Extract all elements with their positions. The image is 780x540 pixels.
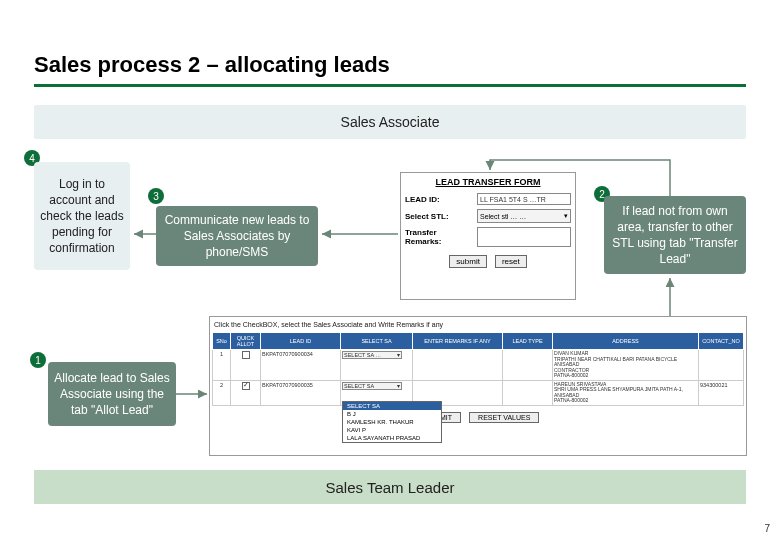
grid-header: LEAD ID bbox=[261, 333, 341, 350]
step-3-box: Communicate new leads to Sales Associate… bbox=[156, 206, 318, 266]
grid-reset-button: RESET VALUES bbox=[469, 412, 539, 423]
title-underline bbox=[34, 84, 746, 87]
select-sa-dropdown: SELECT SA …▾ bbox=[342, 351, 402, 359]
swimlane-sales-associate: Sales Associate bbox=[34, 105, 746, 139]
transfer-submit-button: submit bbox=[449, 255, 487, 268]
step-1-box: Allocate lead to Sales Associate using t… bbox=[48, 362, 176, 426]
chevron-down-icon: ▾ bbox=[564, 212, 568, 220]
remarks-label: Transfer Remarks: bbox=[405, 228, 473, 246]
lead-transfer-form-screenshot: LEAD TRANSFER FORM LEAD ID: LL FSA1 5T4 … bbox=[400, 172, 576, 300]
quick-allot-checkbox bbox=[242, 382, 250, 390]
allot-lead-grid-screenshot: Click the CheckBOX, select the Sales Ass… bbox=[209, 316, 747, 456]
lead-id-input: LL FSA1 5T4 S …TR bbox=[477, 193, 571, 205]
dropdown-option: KAMLESH KR. THAKUR bbox=[343, 418, 441, 426]
step-2-box: If lead not from own area, transfer to o… bbox=[604, 196, 746, 274]
grid-header: LEAD TYPE bbox=[503, 333, 553, 350]
select-sa-dropdown-open: SELECT SAB J KAMLESH KR. THAKURKAVI PLAL… bbox=[342, 401, 442, 443]
grid-header: ADDRESS bbox=[553, 333, 699, 350]
dropdown-option: B J bbox=[343, 410, 441, 418]
grid-header: SELECT SA bbox=[341, 333, 413, 350]
lead-id-label: LEAD ID: bbox=[405, 195, 473, 204]
select-stl-label: Select STL: bbox=[405, 212, 473, 221]
dropdown-option: LALA SAYANATH PRASAD bbox=[343, 434, 441, 442]
transfer-form-header: LEAD TRANSFER FORM bbox=[405, 177, 571, 187]
swimlane-sales-team-leader: Sales Team Leader bbox=[34, 470, 746, 504]
dropdown-option: SELECT SA bbox=[343, 402, 441, 410]
grid-instruction: Click the CheckBOX, select the Sales Ass… bbox=[212, 319, 744, 332]
page-number: 7 bbox=[764, 523, 770, 534]
quick-allot-checkbox bbox=[242, 351, 250, 359]
grid-header: CONTACT_NO bbox=[699, 333, 744, 350]
step-badge-1: 1 bbox=[30, 352, 46, 368]
grid-header: ENTER REMARKS IF ANY bbox=[413, 333, 503, 350]
dropdown-option: KAVI P bbox=[343, 426, 441, 434]
table-row: 1BKPAT07070900034SELECT SA …▾DIVAN KUMAR… bbox=[213, 350, 744, 381]
grid-header: QUICK ALLOT bbox=[231, 333, 261, 350]
table-row: 2BKPAT07070900035SELECT SA▾HAREUN SRIVAS… bbox=[213, 380, 744, 405]
allot-grid-table: SNoQUICK ALLOTLEAD IDSELECT SAENTER REMA… bbox=[212, 332, 744, 406]
select-stl-dropdown: Select stl … …▾ bbox=[477, 209, 571, 223]
grid-header: SNo bbox=[213, 333, 231, 350]
select-sa-dropdown: SELECT SA▾ bbox=[342, 382, 402, 390]
transfer-reset-button: reset bbox=[495, 255, 527, 268]
step-4-box: Log in to account and check the leads pe… bbox=[34, 162, 130, 270]
step-badge-3: 3 bbox=[148, 188, 164, 204]
remarks-input bbox=[477, 227, 571, 247]
slide-title: Sales process 2 – allocating leads bbox=[34, 52, 390, 78]
